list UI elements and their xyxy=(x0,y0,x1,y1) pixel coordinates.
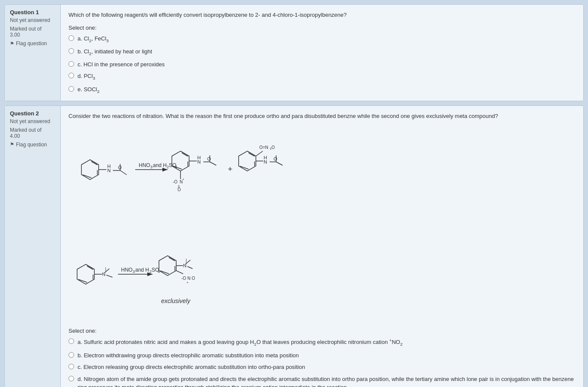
svg-text:O: O xyxy=(274,156,277,161)
radio-q2d[interactable] xyxy=(68,376,74,381)
question-1-options: a. Cl2, FeCl3 b. Cl2, initiated by heat … xyxy=(68,34,576,95)
svg-marker-69 xyxy=(159,256,176,276)
svg-text:N: N xyxy=(107,168,111,173)
svg-text:and H: and H xyxy=(135,267,149,273)
svg-text:HNO: HNO xyxy=(121,267,133,273)
option-q1a: a. Cl2, FeCl3 xyxy=(68,34,576,44)
reaction-2-svg: N | HNO 3 and H 2 SO 4 xyxy=(68,234,336,320)
question-1-marked: Marked out of 3.00 xyxy=(10,26,55,38)
question-1-status: Not yet answered xyxy=(10,17,55,23)
option-q2c: c. Electron releasing group directs elec… xyxy=(68,363,576,372)
svg-line-60 xyxy=(106,275,112,277)
radio-q1a[interactable] xyxy=(68,35,74,41)
question-1-content: Which of the following reagent/s will ef… xyxy=(61,5,583,101)
svg-text:-O: -O xyxy=(173,180,177,184)
question-2-content: Consider the two reactions of nitration.… xyxy=(61,106,583,387)
question-2-options: a. Sulfuric acid protonates nitric acid … xyxy=(68,337,576,387)
label-q2d[interactable]: d. Nitrogen atom of the amide group gets… xyxy=(78,375,576,387)
svg-text:HNO: HNO xyxy=(139,162,150,168)
option-q1b: b. Cl2, initiated by heat or light xyxy=(68,47,576,57)
svg-marker-37 xyxy=(239,151,256,171)
svg-text:+: + xyxy=(228,165,233,173)
question-2-text: Consider the two reactions of nitration.… xyxy=(68,112,576,121)
svg-text:3: 3 xyxy=(150,165,152,169)
svg-text:3: 3 xyxy=(133,269,135,274)
svg-text:N: N xyxy=(197,159,201,164)
svg-line-10 xyxy=(120,170,127,175)
label-q1d[interactable]: d. PCl3 xyxy=(78,72,95,81)
option-q1c: c. HCl in the presence of peroxides xyxy=(68,60,576,69)
question-2-marked: Marked out of 4.00 xyxy=(10,127,55,139)
svg-line-47 xyxy=(276,162,283,165)
radio-q1b[interactable] xyxy=(68,48,74,54)
svg-text:-O: -O xyxy=(181,276,186,281)
radio-q1d[interactable] xyxy=(68,73,74,78)
svg-text:|: | xyxy=(105,267,106,272)
flag-icon-1: ⚑ xyxy=(10,41,14,46)
svg-text:O: O xyxy=(192,276,195,281)
svg-text:N: N xyxy=(264,159,267,164)
question-1-block: Question 1 Not yet answered Marked out o… xyxy=(4,4,584,101)
svg-marker-53 xyxy=(77,264,94,284)
label-q1b[interactable]: b. Cl2, initiated by heat or light xyxy=(78,47,152,57)
question-1-select-label: Select one: xyxy=(68,25,576,31)
radio-q1e[interactable] xyxy=(68,86,74,92)
question-1-number: Question 1 xyxy=(10,9,55,15)
radio-q2b[interactable] xyxy=(68,352,74,358)
flag-question-1[interactable]: ⚑ Flag question xyxy=(10,40,55,46)
option-q2a: a. Sulfuric acid protonates nitric acid … xyxy=(68,337,576,348)
svg-line-48 xyxy=(256,151,263,156)
svg-text:|: | xyxy=(186,258,187,263)
option-q1d: d. PCl3 xyxy=(68,72,576,81)
svg-line-78 xyxy=(176,271,183,274)
question-2-number: Question 2 xyxy=(10,110,55,117)
flag-question-2[interactable]: ⚑ Flag question xyxy=(10,142,55,148)
svg-text:-O: -O xyxy=(270,145,275,150)
svg-text:+: + xyxy=(187,281,189,285)
question-1-text: Which of the following reagent/s will ef… xyxy=(68,11,576,19)
page-container: Question 1 Not yet answered Marked out o… xyxy=(0,0,588,387)
radio-q2c[interactable] xyxy=(68,364,74,369)
svg-text:exclusively: exclusively xyxy=(161,297,191,304)
option-q2d: d. Nitrogen atom of the amide group gets… xyxy=(68,375,576,387)
option-q1e: e. SOCl2 xyxy=(68,85,576,95)
label-q2a[interactable]: a. Sulfuric acid protonates nitric acid … xyxy=(78,337,402,348)
svg-text:O: O xyxy=(177,187,181,192)
question-2-select-label: Select one: xyxy=(68,328,576,334)
svg-text:N: N xyxy=(187,276,190,281)
reaction-1-svg: H N O xyxy=(68,125,396,229)
svg-line-76 xyxy=(187,266,193,269)
label-q1c[interactable]: c. HCl in the presence of peroxides xyxy=(78,60,165,69)
reaction-diagram: H N O xyxy=(68,125,576,322)
label-q1e[interactable]: e. SOCl2 xyxy=(78,85,100,95)
svg-text:+: + xyxy=(182,177,184,181)
svg-text:and H: and H xyxy=(153,162,167,168)
question-2-status: Not yet answered xyxy=(10,118,55,124)
label-q2b[interactable]: b. Electron withdrawing group directs el… xyxy=(78,351,299,360)
svg-line-29 xyxy=(210,162,216,165)
label-q2c[interactable]: c. Electron releasing group directs elec… xyxy=(78,363,305,372)
svg-text:O=N: O=N xyxy=(259,145,268,150)
radio-q1c[interactable] xyxy=(68,61,74,67)
question-2-sidebar: Question 2 Not yet answered Marked out o… xyxy=(5,106,61,387)
question-1-sidebar: Question 1 Not yet answered Marked out o… xyxy=(5,5,61,101)
svg-text:O: O xyxy=(207,156,211,161)
svg-marker-0 xyxy=(81,160,99,180)
option-q2b: b. Electron withdrawing group directs el… xyxy=(68,351,576,360)
question-2-block: Question 2 Not yet answered Marked out o… xyxy=(4,105,584,387)
label-q1a[interactable]: a. Cl2, FeCl3 xyxy=(78,34,109,44)
radio-q2a[interactable] xyxy=(68,338,74,344)
flag-icon-2: ⚑ xyxy=(10,142,14,147)
